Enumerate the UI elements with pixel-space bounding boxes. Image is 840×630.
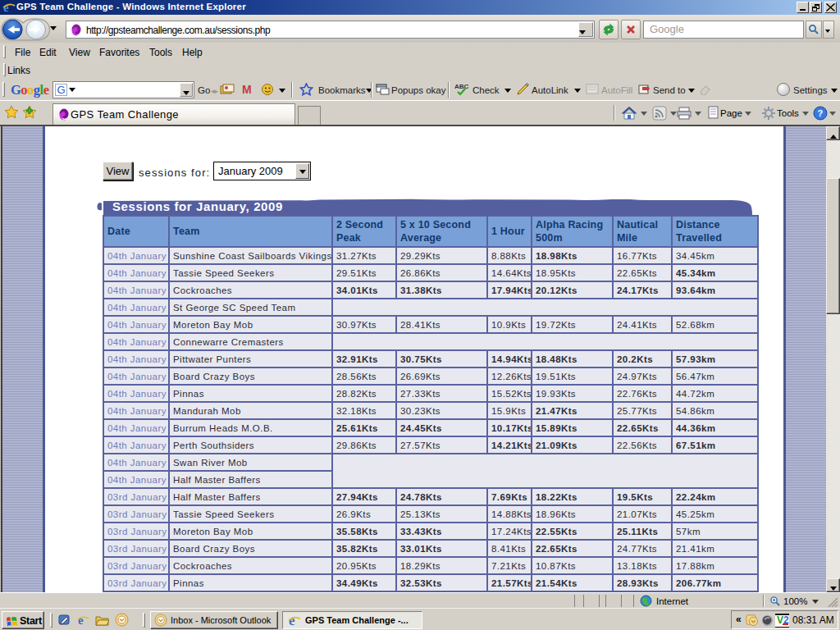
svg-text:ABC: ABC xyxy=(454,83,469,90)
svg-text:?: ? xyxy=(818,108,824,118)
svg-text:e: e xyxy=(78,614,84,627)
